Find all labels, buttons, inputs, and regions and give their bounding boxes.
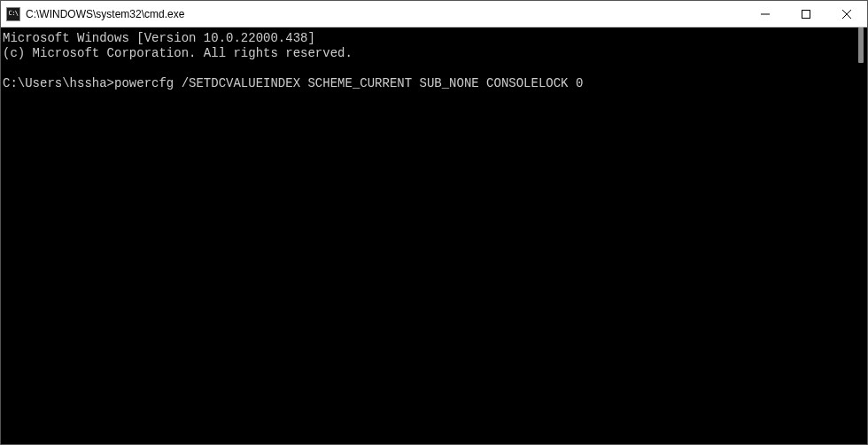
maximize-button[interactable]: [786, 1, 826, 27]
window-title: C:\WINDOWS\system32\cmd.exe: [26, 8, 745, 20]
close-icon: [842, 10, 851, 19]
terminal-area: Microsoft Windows [Version 10.0.22000.43…: [1, 27, 867, 444]
cmd-icon: C:\: [6, 7, 20, 21]
scrollbar-thumb[interactable]: [858, 27, 864, 63]
titlebar[interactable]: C:\ C:\WINDOWS\system32\cmd.exe: [1, 1, 867, 27]
terminal-output[interactable]: Microsoft Windows [Version 10.0.22000.43…: [1, 27, 856, 444]
minimize-button[interactable]: [745, 1, 786, 27]
terminal-line: (c) Microsoft Corporation. All rights re…: [3, 46, 353, 60]
terminal-line: Microsoft Windows [Version 10.0.22000.43…: [3, 31, 315, 45]
maximize-icon: [802, 10, 810, 19]
cmd-window: C:\ C:\WINDOWS\system32\cmd.exe Microsof…: [0, 0, 868, 445]
command-prompt: C:\Users\hssha>: [3, 76, 114, 90]
minimize-icon: [761, 10, 770, 19]
window-controls: [745, 1, 867, 27]
close-button[interactable]: [826, 1, 867, 27]
command-input[interactable]: powercfg /SETDCVALUEINDEX SCHEME_CURRENT…: [114, 76, 583, 90]
vertical-scrollbar[interactable]: [856, 27, 865, 444]
svg-rect-1: [802, 10, 810, 18]
